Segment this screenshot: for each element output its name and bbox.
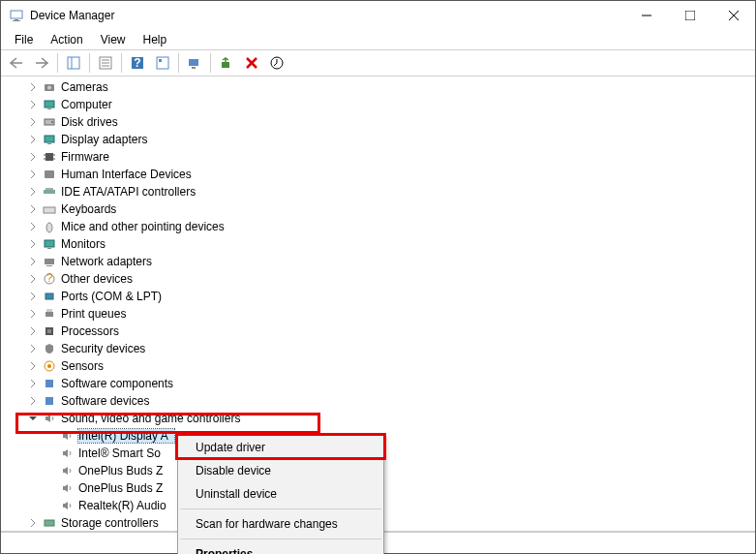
tree-node[interactable]: Monitors [1, 235, 755, 253]
svg-rect-26 [47, 108, 51, 109]
device-label: Print queues [61, 307, 132, 321]
view-devices-button[interactable] [151, 51, 174, 75]
menu-file[interactable]: File [7, 31, 41, 48]
svg-rect-43 [47, 248, 51, 249]
device-label: Processors [61, 324, 125, 338]
svg-rect-50 [46, 309, 52, 312]
scan-hardware-button[interactable] [183, 51, 206, 75]
svg-rect-48 [45, 293, 53, 299]
svg-point-24 [47, 86, 51, 90]
tree-node[interactable]: Ports (COM & LPT) [1, 288, 755, 305]
uninstall-device-button[interactable] [240, 51, 263, 75]
chevron-right-icon[interactable] [26, 133, 40, 146]
help-button[interactable]: ? [126, 51, 149, 75]
svg-rect-36 [45, 170, 54, 178]
chevron-right-icon[interactable] [26, 342, 40, 355]
forward-button[interactable] [30, 51, 53, 75]
close-button[interactable] [711, 1, 755, 30]
tree-node[interactable]: Computer [1, 96, 755, 113]
svg-rect-44 [45, 259, 54, 264]
chevron-right-icon[interactable] [26, 272, 40, 286]
tree-node[interactable]: Disk drives [1, 113, 755, 131]
device-icon [42, 132, 57, 147]
svg-rect-55 [45, 380, 53, 387]
chevron-right-icon[interactable] [26, 150, 40, 164]
enable-device-button[interactable] [215, 51, 238, 75]
tree-node[interactable]: ?Other devices [1, 270, 755, 288]
tree-node[interactable]: Keyboards [1, 200, 755, 218]
device-label: OnePlus Buds Z [78, 464, 168, 477]
tree-node[interactable]: Cameras [1, 78, 755, 96]
ctx-properties[interactable]: Properties [178, 542, 383, 554]
ctx-update-driver[interactable]: Update driver [178, 436, 383, 459]
menu-help[interactable]: Help [136, 31, 175, 48]
device-label: Software devices [61, 394, 155, 408]
minimize-button[interactable] [624, 1, 668, 30]
tree-node[interactable]: Firmware [1, 148, 755, 166]
chevron-right-icon[interactable] [26, 80, 40, 94]
tree-node[interactable]: Sensors [1, 357, 755, 375]
chevron-right-icon[interactable] [26, 255, 40, 268]
chevron-right-icon[interactable] [26, 290, 40, 303]
tree-node[interactable]: Software devices [1, 392, 755, 410]
menu-view[interactable]: View [93, 31, 134, 48]
chevron-right-icon[interactable] [26, 377, 40, 390]
tree-node[interactable]: Processors [1, 323, 755, 340]
device-label: Monitors [61, 237, 111, 251]
no-expand [44, 464, 57, 477]
device-label: Security devices [61, 342, 151, 355]
properties-button[interactable] [94, 51, 117, 75]
chevron-right-icon[interactable] [26, 98, 40, 111]
device-icon [42, 376, 57, 391]
tree-node[interactable]: Security devices [1, 340, 755, 357]
device-icon [42, 114, 57, 130]
device-label: Sound, video and game controllers [61, 412, 246, 425]
chevron-right-icon[interactable] [26, 168, 40, 181]
tree-node[interactable]: IDE ATA/ATAPI controllers [1, 183, 755, 200]
chevron-right-icon[interactable] [26, 220, 40, 233]
chevron-down-icon[interactable] [26, 412, 40, 425]
device-label: Intel(R) Display A [78, 429, 174, 443]
tree-node[interactable]: Human Interface Devices [1, 166, 755, 183]
chevron-right-icon[interactable] [26, 115, 40, 129]
chevron-right-icon[interactable] [26, 324, 40, 338]
device-label: Realtek(R) Audio [78, 499, 172, 512]
device-icon [59, 428, 75, 444]
chevron-right-icon[interactable] [26, 359, 40, 373]
chevron-right-icon[interactable] [26, 185, 40, 199]
ctx-disable-device[interactable]: Disable device [178, 459, 383, 482]
menu-action[interactable]: Action [43, 31, 90, 48]
device-icon [42, 236, 57, 252]
tree-node[interactable]: Network adapters [1, 253, 755, 270]
device-icon [59, 463, 75, 478]
update-driver-button[interactable] [265, 51, 288, 75]
svg-rect-15 [157, 57, 168, 69]
tree-node[interactable]: Sound, video and game controllers [1, 410, 755, 427]
no-expand [44, 446, 57, 460]
svg-rect-18 [192, 67, 196, 69]
chevron-right-icon[interactable] [26, 307, 40, 321]
svg-rect-25 [45, 101, 54, 108]
chevron-right-icon[interactable] [26, 394, 40, 408]
toolbar: ? [1, 49, 755, 77]
back-button[interactable] [5, 51, 28, 75]
svg-rect-45 [46, 265, 52, 266]
ctx-uninstall-device[interactable]: Uninstall device [178, 482, 383, 506]
tree-node[interactable]: Display adapters [1, 131, 755, 148]
maximize-button[interactable] [668, 1, 711, 30]
svg-rect-31 [45, 153, 53, 161]
device-icon [42, 393, 57, 409]
chevron-right-icon[interactable] [26, 202, 40, 216]
show-hide-tree-button[interactable] [62, 51, 85, 75]
context-menu: Update driver Disable device Uninstall d… [177, 435, 384, 554]
tree-node[interactable]: Print queues [1, 305, 755, 323]
tree-node[interactable]: Mice and other pointing devices [1, 218, 755, 235]
ctx-scan-hardware[interactable]: Scan for hardware changes [178, 512, 383, 536]
device-icon [42, 97, 57, 112]
chevron-right-icon[interactable] [26, 516, 40, 530]
device-label: Cameras [61, 80, 114, 94]
device-label: IDE ATA/ATAPI controllers [61, 185, 201, 199]
chevron-right-icon[interactable] [26, 237, 40, 251]
device-label: Disk drives [61, 115, 124, 129]
tree-node[interactable]: Software components [1, 375, 755, 392]
